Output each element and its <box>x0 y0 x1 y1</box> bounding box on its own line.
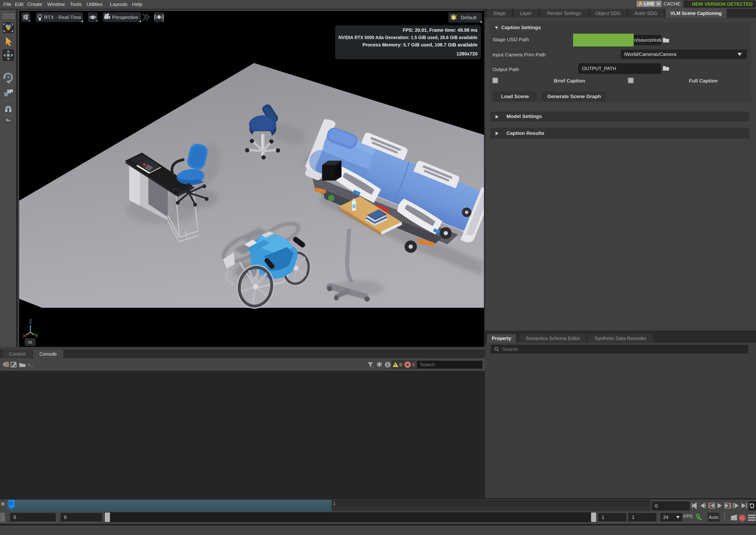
svg-text:>_: >_ <box>27 362 34 368</box>
svg-text:Y: Y <box>35 333 39 338</box>
svg-text:✱: ✱ <box>376 361 382 368</box>
svg-text:!: ! <box>395 363 396 367</box>
svg-text:0: 0 <box>10 501 12 506</box>
svg-text:i: i <box>387 362 388 368</box>
svg-text:0: 0 <box>400 362 402 367</box>
svg-text:0: 0 <box>412 362 415 367</box>
svg-text:Z: Z <box>29 319 32 324</box>
svg-text:X: X <box>22 333 26 338</box>
